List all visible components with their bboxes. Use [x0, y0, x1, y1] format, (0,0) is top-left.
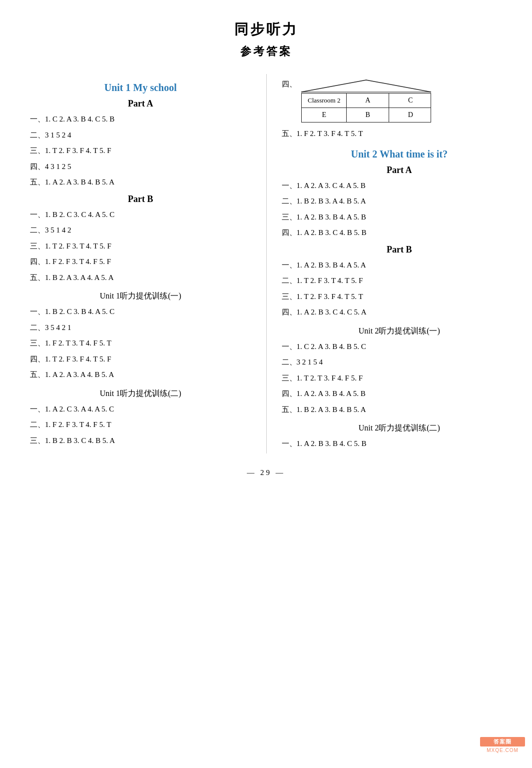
right-partA-line-3: 三、1. A 2. B 3. B 4. A 5. B: [282, 211, 518, 224]
right-t1-line-1: 一、1. C 2. A 3. B 4. B 5. C: [282, 340, 518, 354]
page: 同步听力 参考答案 Unit 1 My school Part A 一、1. C…: [0, 0, 532, 768]
left-t1-line-1: 一、1. B 2. C 3. B 4. A 5. C: [30, 306, 251, 318]
partA-title-right: Part A: [282, 165, 518, 176]
right-t1-line-5: 五、1. B 2. A 3. B 4. B 5. A: [282, 404, 518, 416]
left-t2-line-1: 一、1. A 2. C 3. A 4. A 5. C: [30, 403, 251, 416]
right-partB-line-3: 三、1. T 2. F 3. F 4. T 5. T: [282, 290, 518, 304]
left-partA-line-3: 三、1. T 2. F 3. F 4. T 5. F: [30, 144, 251, 158]
training2-title-left: Unit 1听力提优训练(二): [30, 388, 251, 399]
left-partB-line-2: 二、3 5 1 4 2: [30, 224, 251, 237]
right-partB-line-2: 二、1. T 2. F 3. T 4. T 5. F: [282, 274, 518, 288]
left-partB-line-4: 四、1. F 2. F 3. T 4. F 5. F: [30, 256, 251, 268]
left-t1-line-5: 五、1. A 2. A 3. A 4. B 5. A: [30, 368, 251, 382]
training2-title-right: Unit 2听力提优训练(二): [282, 423, 518, 434]
right-t1-line-2: 二、3 2 1 5 4: [282, 356, 518, 369]
cell-classroom2: Classroom 2: [302, 94, 347, 108]
left-t2-line-2: 二、1. F 2. F 3. T 4. F 5. T: [30, 418, 251, 432]
right-t1-line-4: 四、1. A 2. A 3. B 4. A 5. B: [282, 388, 518, 400]
right-column: 四、 Classroom 2 A: [266, 74, 532, 454]
left-t1-line-4: 四、1. T 2. F 3. F 4. T 5. F: [30, 353, 251, 366]
roof-svg: [301, 78, 431, 93]
left-column: Unit 1 My school Part A 一、1. C 2. A 3. B…: [0, 74, 266, 454]
cell-E: E: [302, 108, 347, 122]
content-wrapper: Unit 1 My school Part A 一、1. C 2. A 3. B…: [0, 74, 532, 454]
page-number: — 29 —: [0, 468, 532, 477]
right-t1-line-3: 三、1. T 2. T 3. F 4. F 5. F: [282, 372, 518, 385]
right-t2-line-1: 一、1. A 2. B 3. B 4. C 5. B: [282, 438, 518, 450]
left-partB-line-1: 一、1. B 2. C 3. C 4. A 5. C: [30, 208, 251, 222]
cell-D: D: [389, 108, 432, 122]
left-t2-line-3: 三、1. B 2. B 3. C 4. B 5. A: [30, 434, 251, 448]
sub-title: 参考答案: [0, 44, 532, 59]
left-partB-line-5: 五、1. B 2. A 3. A 4. A 5. A: [30, 272, 251, 284]
training1-title-right: Unit 2听力提优训练(一): [282, 326, 518, 336]
cell-C: C: [389, 94, 432, 108]
partA-title-left: Part A: [30, 98, 251, 109]
main-title: 同步听力: [0, 20, 532, 39]
diagram-label: 四、: [282, 80, 297, 88]
diagram-section: 四、 Classroom 2 A: [282, 78, 518, 122]
left-partB-line-3: 三、1. T 2. F 3. T 4. T 5. F: [30, 240, 251, 253]
left-t1-line-3: 三、1. F 2. T 3. T 4. F 5. T: [30, 337, 251, 350]
left-t1-line-2: 二、3 5 4 2 1: [30, 322, 251, 334]
left-partA-line-5: 五、1. A 2. A 3. B 4. B 5. A: [30, 176, 251, 189]
cell-A: A: [347, 94, 389, 108]
right-partA-line-4: 四、1. A 2. B 3. C 4. B 5. B: [282, 226, 518, 240]
cell-B: B: [347, 108, 389, 122]
right-after-diagram: 五、1. F 2. T 3. F 4. T 5. T: [282, 128, 518, 140]
partB-title-left: Part B: [30, 194, 251, 204]
right-partA-line-1: 一、1. A 2. A 3. C 4. A 5. B: [282, 180, 518, 192]
left-partA-line-1: 一、1. C 2. A 3. B 4. C 5. B: [30, 113, 251, 126]
right-partB-line-1: 一、1. A 2. B 3. B 4. A 5. A: [282, 259, 518, 272]
right-partB-line-4: 四、1. A 2. B 3. C 4. C 5. A: [282, 306, 518, 319]
left-partA-line-4: 四、4 3 1 2 5: [30, 160, 251, 174]
left-partA-line-2: 二、3 1 5 2 4: [30, 129, 251, 142]
unit1-title: Unit 1 My school: [30, 82, 251, 94]
watermark: 答案圈 MXQE.COM: [480, 737, 525, 762]
unit2-title: Unit 2 What time is it?: [282, 148, 518, 160]
partB-title-right: Part B: [282, 244, 518, 255]
training1-title-left: Unit 1听力提优训练(一): [30, 291, 251, 302]
right-partA-line-2: 二、1. B 2. B 3. A 4. B 5. A: [282, 195, 518, 208]
